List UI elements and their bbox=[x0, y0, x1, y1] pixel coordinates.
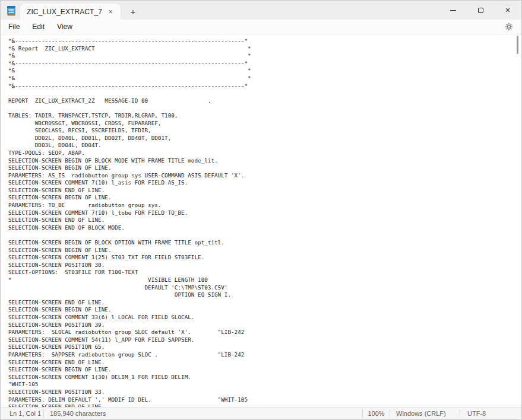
status-right-group: 100% Windows (CRLF) UTF-8 bbox=[362, 408, 521, 419]
document-text[interactable]: *&--------------------------------------… bbox=[1, 34, 521, 407]
window-controls: × bbox=[439, 1, 521, 20]
text-editor[interactable]: *&--------------------------------------… bbox=[1, 34, 521, 407]
tab-close-icon[interactable]: × bbox=[105, 7, 116, 17]
close-icon: × bbox=[505, 6, 510, 14]
tab-active[interactable]: ZIC_LUX_EXTRACT_700.txt × bbox=[20, 4, 121, 20]
title-bar: ZIC_LUX_EXTRACT_700.txt × + × bbox=[1, 1, 521, 20]
cursor-position: Ln 1, Col 1 bbox=[1, 408, 43, 419]
new-tab-button[interactable]: + bbox=[125, 4, 141, 18]
encoding: UTF-8 bbox=[460, 408, 521, 419]
maximize-button[interactable] bbox=[467, 1, 494, 20]
notepad-app-icon bbox=[7, 5, 16, 16]
maximize-icon bbox=[478, 8, 483, 13]
gear-icon bbox=[505, 23, 513, 31]
menu-bar: File Edit View bbox=[1, 20, 521, 34]
menu-view[interactable]: View bbox=[52, 21, 78, 33]
close-button[interactable]: × bbox=[494, 1, 521, 20]
vertical-scrollbar-thumb[interactable] bbox=[517, 36, 518, 54]
menu-file[interactable]: File bbox=[3, 21, 25, 33]
settings-button[interactable] bbox=[501, 20, 517, 33]
tab-title: ZIC_LUX_EXTRACT_700.txt bbox=[27, 8, 102, 16]
notepad-window: ZIC_LUX_EXTRACT_700.txt × + × File Edit … bbox=[0, 0, 522, 420]
character-count: 185,940 characters bbox=[44, 408, 106, 419]
menu-edit[interactable]: Edit bbox=[27, 21, 50, 33]
zoom-level: 100% bbox=[363, 408, 390, 419]
line-ending: Windows (CRLF) bbox=[390, 408, 460, 419]
status-bar: Ln 1, Col 1 185,940 characters 100% Wind… bbox=[1, 407, 521, 419]
minimize-icon bbox=[450, 10, 456, 11]
minimize-button[interactable] bbox=[439, 1, 467, 20]
